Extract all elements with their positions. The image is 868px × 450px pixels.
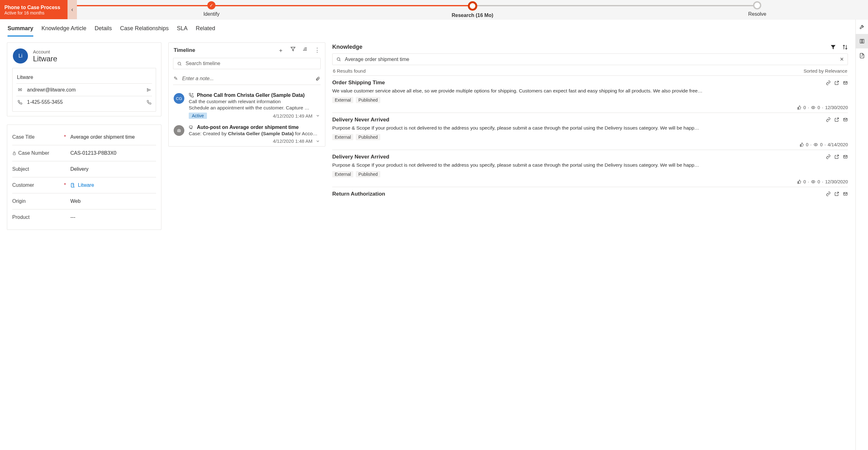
- timeline-card: Timeline ＋ ⋮ Search timeline: [168, 43, 326, 146]
- account-header: Li Account Litware: [12, 47, 156, 66]
- account-email: andrewr@litware.com: [27, 87, 76, 93]
- link-article-icon[interactable]: [826, 154, 831, 159]
- process-stage-1[interactable]: Research (16 Mo): [452, 1, 493, 18]
- views-icon: [811, 179, 815, 184]
- link-article-icon[interactable]: [826, 192, 831, 196]
- popout-icon[interactable]: [834, 154, 839, 159]
- field-value: CAS-01213-P8B3X0: [70, 150, 156, 156]
- timeline-note-input[interactable]: ✎ Enter a note...: [173, 72, 321, 85]
- timeline-item-title: Phone Call from Christa Geller (Sample D…: [197, 92, 305, 98]
- knowledge-sort-button[interactable]: [842, 44, 848, 50]
- tab-details[interactable]: Details: [95, 25, 112, 36]
- account-phone-row[interactable]: 1-425-555-3455: [16, 96, 152, 108]
- svg-point-3: [178, 131, 179, 131]
- account-email-row[interactable]: ✉ andrewr@litware.com: [16, 83, 152, 96]
- field-label: Origin: [12, 198, 26, 204]
- process-header: Phone to Case Process Active for 16 mont…: [0, 0, 868, 20]
- field-label: Case Number: [18, 150, 49, 156]
- account-name[interactable]: Litware: [33, 54, 57, 63]
- views-icon: [811, 105, 815, 110]
- phone-activity-icon: [189, 93, 194, 98]
- form-row-origin[interactable]: OriginWeb: [12, 193, 156, 209]
- timeline-search[interactable]: Search timeline: [173, 58, 321, 69]
- popout-icon[interactable]: [834, 192, 839, 196]
- link-article-icon[interactable]: [826, 117, 831, 122]
- views-icon: [813, 142, 818, 147]
- tab-sla[interactable]: SLA: [177, 25, 187, 36]
- send-email-icon[interactable]: [146, 88, 151, 92]
- popout-icon[interactable]: [834, 81, 839, 85]
- field-value: ---: [70, 215, 156, 220]
- rail-wrench-button[interactable]: [856, 20, 868, 34]
- timeline-header: Timeline ＋ ⋮: [168, 43, 325, 57]
- timeline-item[interactable]: Auto-post on Average order shipment time…: [168, 121, 325, 146]
- account-contact-block: Litware ✉ andrewr@litware.com 1-425-555-…: [12, 68, 156, 112]
- form-row-case_title[interactable]: Case Title*Average order shipment time: [12, 129, 156, 145]
- timeline-add-button[interactable]: ＋: [278, 47, 284, 54]
- call-icon[interactable]: [147, 100, 151, 105]
- chevron-down-icon[interactable]: [316, 114, 320, 118]
- timeline-item[interactable]: CGPhone Call from Christa Geller (Sample…: [168, 89, 325, 121]
- chevron-down-icon[interactable]: [316, 139, 320, 143]
- middle-column: Timeline ＋ ⋮ Search timeline: [168, 43, 326, 155]
- knowledge-item[interactable]: Order Shipping TimeWe value customer ser…: [332, 76, 848, 113]
- account-link-row[interactable]: Litware: [16, 72, 152, 83]
- field-value: Litware: [70, 182, 156, 188]
- timeline-item-line: Case: Created by Christa Geller (Sample …: [189, 131, 320, 137]
- form-row-customer[interactable]: Customer*Litware: [12, 177, 156, 193]
- account-label: Account: [33, 49, 57, 54]
- knowledge-item-body: We value customer service above all else…: [332, 88, 848, 94]
- field-label: Case Title: [12, 134, 35, 140]
- process-status: Active for 16 months: [4, 10, 63, 16]
- knowledge-item[interactable]: Delivery Never ArrivedPurpose & Scope If…: [332, 113, 848, 150]
- form-row-product[interactable]: Product---: [12, 209, 156, 225]
- knowledge-item[interactable]: Delivery Never ArrivedPurpose & Scope If…: [332, 150, 848, 187]
- timeline-sort-button[interactable]: [302, 47, 307, 54]
- tag: External: [332, 134, 353, 140]
- search-icon: [177, 61, 182, 66]
- email-article-icon[interactable]: [843, 192, 848, 196]
- thumbs-up-icon: [797, 179, 801, 184]
- form-row-case_number[interactable]: Case NumberCAS-01213-P8B3X0: [12, 145, 156, 161]
- tab-related[interactable]: Related: [196, 25, 215, 36]
- timeline-search-placeholder: Search timeline: [186, 61, 220, 66]
- knowledge-item-stats: 0·0·12/30/2020: [332, 105, 848, 110]
- link-article-icon[interactable]: [826, 81, 831, 85]
- timeline-filter-button[interactable]: [290, 47, 296, 54]
- email-article-icon[interactable]: [843, 154, 848, 159]
- process-back-button[interactable]: ‹: [67, 0, 77, 19]
- thumbs-up-icon: [800, 142, 804, 147]
- timeline-avatar: CG: [174, 93, 184, 104]
- knowledge-sort-text: Sorted by Relevance: [804, 68, 847, 74]
- lock-icon: [12, 151, 16, 156]
- svg-point-12: [813, 181, 814, 182]
- timeline-more-button[interactable]: ⋮: [314, 47, 320, 54]
- knowledge-item-title: Return Authorization: [332, 191, 385, 197]
- process-stage-2[interactable]: Resolve: [748, 1, 766, 17]
- rail-knowledge-button[interactable]: [856, 34, 868, 49]
- attachment-icon[interactable]: [316, 76, 320, 81]
- tab-knowledge-article[interactable]: Knowledge Article: [41, 25, 86, 36]
- process-stage-track: ✓IdentifyResearch (16 Mo)Resolve: [77, 0, 868, 19]
- side-rail: [856, 20, 868, 241]
- popout-icon[interactable]: [834, 117, 839, 122]
- clear-search-icon[interactable]: ✕: [840, 56, 844, 62]
- tab-summary[interactable]: Summary: [7, 25, 33, 36]
- rail-script-button[interactable]: [856, 49, 868, 63]
- required-icon: *: [64, 182, 66, 188]
- knowledge-search[interactable]: Average order shipment time ✕: [332, 53, 848, 65]
- email-article-icon[interactable]: [843, 81, 848, 85]
- knowledge-item[interactable]: Return Authorization: [332, 187, 848, 202]
- timeline-avatar: [174, 125, 184, 136]
- process-stage-label: Identify: [203, 11, 219, 17]
- tag: Published: [356, 97, 380, 103]
- tab-case-relationships[interactable]: Case Relationships: [120, 25, 168, 36]
- form-row-subject[interactable]: SubjectDelivery: [12, 161, 156, 177]
- building-icon: [70, 183, 75, 188]
- svg-point-6: [337, 58, 340, 61]
- knowledge-filter-button[interactable]: [830, 44, 836, 50]
- process-stage-0[interactable]: ✓Identify: [203, 1, 219, 17]
- email-article-icon[interactable]: [843, 117, 848, 122]
- tag: Published: [356, 134, 380, 140]
- knowledge-item-stats: 0·0·4/14/2020: [332, 142, 848, 147]
